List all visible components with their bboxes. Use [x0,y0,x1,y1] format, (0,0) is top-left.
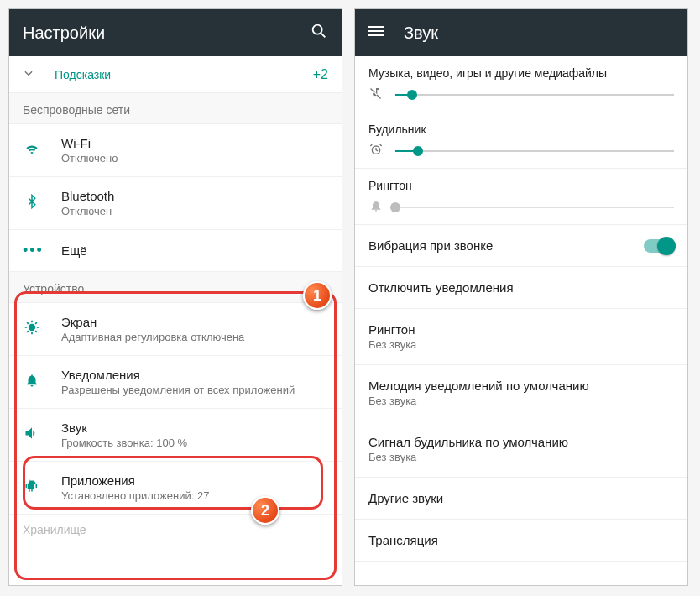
music-off-icon [368,86,384,103]
display-item[interactable]: Экран Адаптивная регулировка отключена [9,303,342,356]
android-icon [23,478,41,498]
brightness-icon [23,319,41,340]
alarm-slider[interactable] [395,150,674,152]
hints-row[interactable]: Подсказки +2 [9,56,342,93]
vibrate-on-ring[interactable]: Вибрация при звонке [355,225,687,267]
more-title: Ещё [61,243,87,258]
more-item[interactable]: ••• Ещё [9,230,342,272]
appbar-sound: Звук [355,9,687,56]
chevron-down-icon [23,67,34,82]
apps-item[interactable]: Приложения Установлено приложений: 27 [9,462,342,515]
notifications-title: Уведомления [61,368,295,382]
bluetooth-sub: Отключен [61,205,114,217]
ring-bell-icon [368,199,384,216]
media-label: Музыка, видео, игры и другие медиафайлы [368,66,674,80]
storage-cutoff: Хранилище [9,515,342,545]
appbar-settings: Настройки [9,9,342,56]
cast-item[interactable]: Трансляция [355,520,687,562]
wifi-item[interactable]: Wi-Fi Отключено [9,124,342,177]
more-icon: ••• [23,242,41,259]
media-slider[interactable] [395,94,674,96]
ring-label: Рингтон [368,179,674,192]
sound-page-title: Звук [404,24,674,43]
vibrate-switch[interactable] [644,239,674,253]
sound-settings-list: Вибрация при звонке Отключить уведомлени… [355,225,687,562]
svg-point-2 [29,323,35,330]
display-sub: Адаптивная регулировка отключена [61,331,244,343]
alarm-volume: Будильник [355,112,687,169]
ring-volume: Рингтон [355,169,687,225]
svg-point-0 [313,25,322,34]
bluetooth-title: Bluetooth [61,189,114,203]
default-notif-title: Мелодия уведомлений по умолчанию [368,379,674,393]
default-alarm-sound[interactable]: Сигнал будильника по умолчанию Без звука [355,421,687,478]
default-notification-sound[interactable]: Мелодия уведомлений по умолчанию Без зву… [355,365,687,421]
section-wireless: Беспроводные сети [9,93,342,124]
block-notif-label: Отключить уведомления [368,280,674,295]
hints-count: +2 [313,67,328,82]
search-icon[interactable] [310,22,328,44]
media-volume: Музыка, видео, игры и другие медиафайлы [355,56,687,112]
apps-title: Приложения [61,473,209,488]
ringtone-sub: Без звука [368,338,674,351]
default-notif-sub: Без звука [368,395,674,407]
alarm-sound-sub: Без звука [368,451,674,463]
bell-icon [23,373,41,392]
other-sounds-label: Другие звуки [368,491,674,505]
page-title: Настройки [23,24,290,43]
sound-sub: Громкость звонка: 100 % [61,437,187,449]
alarm-sound-title: Сигнал будильника по умолчанию [368,435,674,449]
cast-label: Трансляция [368,533,674,547]
sound-item[interactable]: Звук Громкость звонка: 100 % [9,409,342,462]
apps-sub: Установлено приложений: 27 [61,489,209,502]
sound-screen: Звук Музыка, видео, игры и другие медиаф… [354,8,688,586]
bluetooth-icon [23,194,41,213]
ringtone-title: Рингтон [368,322,674,337]
alarm-icon [368,143,384,159]
wifi-sub: Отключено [61,152,118,165]
display-title: Экран [61,315,244,329]
volume-icon [23,425,41,446]
notifications-sub: Разрешены уведомления от всех приложений [61,384,295,396]
other-sounds[interactable]: Другие звуки [355,478,687,520]
ring-slider[interactable] [395,207,674,208]
vibrate-label: Вибрация при звонке [368,238,644,253]
ringtone-item[interactable]: Рингтон Без звука [355,309,687,365]
settings-screen: Настройки Подсказки +2 Беспроводные сети… [8,8,342,586]
bluetooth-item[interactable]: Bluetooth Отключен [9,177,342,230]
wifi-title: Wi-Fi [61,136,118,150]
svg-line-1 [321,34,326,38]
hints-label: Подсказки [55,68,293,81]
wifi-icon [23,140,41,161]
sound-title: Звук [61,421,187,435]
hamburger-icon[interactable] [368,24,384,42]
alarm-label: Будильник [368,123,674,136]
notifications-item[interactable]: Уведомления Разрешены уведомления от все… [9,356,342,409]
section-device: Устройство [9,272,342,303]
block-notifications[interactable]: Отключить уведомления [355,267,687,309]
